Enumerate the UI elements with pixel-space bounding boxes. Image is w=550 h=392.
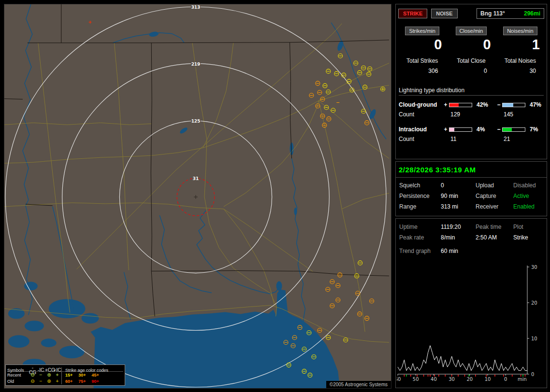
- cg-positive-count: 129: [449, 111, 495, 119]
- noises-per-min-button[interactable]: Noises/min: [503, 27, 537, 35]
- statistics-box: STRIKE NOISE Bng 113° 296mi Strikes/min …: [395, 4, 547, 159]
- top-toolbar: STRIKE NOISE Bng 113° 296mi: [396, 4, 547, 19]
- rate-counters: Strikes/min 0 Close/min 0 Noises/min 1: [396, 27, 547, 53]
- gulf-of-mexico: [91, 290, 340, 388]
- upload-label: Upload: [476, 182, 513, 189]
- roads: [4, 24, 389, 342]
- ic-positive-pct: 4%: [474, 126, 495, 133]
- svg-text:30: 30: [449, 377, 455, 382]
- copyright-notice: ©2005 Astrogenic Systems: [326, 381, 391, 388]
- cg-pos-icon: ⊕: [45, 373, 53, 378]
- svg-text:30: 30: [531, 265, 537, 270]
- cg-positive-pct: 42%: [474, 101, 495, 108]
- close-per-min-value: 0: [447, 37, 495, 53]
- tennessee-river: [113, 33, 184, 43]
- legend-old-row: Old ⊖ − ⊕ + 60+ 75+ 90+: [7, 378, 123, 384]
- lake: [8, 335, 29, 348]
- lake: [49, 299, 86, 318]
- ic-positive-count: 11: [449, 136, 495, 143]
- svg-text:10: 10: [531, 336, 537, 341]
- close-per-min-button[interactable]: Close/min: [456, 27, 487, 35]
- chattahoochee-river: [292, 158, 300, 271]
- svg-text:min: min: [518, 377, 527, 382]
- cg-negative-pct: 47%: [527, 101, 546, 108]
- peak-time-label: Peak time: [476, 224, 513, 230]
- plus-sign: +: [442, 126, 449, 133]
- side-panel: STRIKE NOISE Bng 113° 296mi Strikes/min …: [395, 4, 547, 389]
- ic-pos-icon: +: [53, 379, 61, 384]
- age-30: 30+: [78, 373, 86, 378]
- app-window: { "map": { "copyright": "©2005 Astrogeni…: [0, 0, 550, 392]
- cg-pos-icon: ⊕: [45, 379, 53, 384]
- plus-sign: +: [442, 101, 449, 108]
- svg-text:219: 219: [191, 62, 201, 67]
- trend-graph-label-row: Trend graph 60 min: [396, 248, 547, 254]
- noises-per-min-value: 1: [496, 37, 545, 53]
- capture-label: Capture: [476, 193, 513, 199]
- intracloud-label: Intracloud: [399, 126, 442, 133]
- minus-sign: −: [495, 101, 502, 108]
- bearing-readout: Bng 113° 296mi: [477, 8, 544, 19]
- strikes-per-min-cell: Strikes/min 0: [398, 27, 447, 53]
- lake: [179, 126, 188, 135]
- cg-positive-bar: [449, 103, 472, 107]
- lightning-map[interactable]: 31321912531 Symbols -CG -IC +CG +IC Stri…: [4, 4, 391, 389]
- legend-recent-ages: 15+ 30+ 45+: [61, 372, 123, 378]
- svg-text:60: 60: [397, 377, 401, 382]
- datetime-display: 2/28/2026 3:35:19 AM: [396, 162, 547, 177]
- cg-negative-count: 145: [502, 111, 549, 119]
- range-value: 313 mi: [441, 203, 476, 210]
- range-label: Range: [399, 203, 441, 210]
- squelch-value: 0: [441, 182, 476, 189]
- divider: [396, 177, 547, 178]
- svg-text:10: 10: [485, 377, 491, 382]
- strikes-per-min-button[interactable]: Strikes/min: [405, 27, 439, 35]
- legend-header-row: Symbols -CG -IC +CG +IC Strike age color…: [7, 365, 123, 372]
- peak-time-value: 2:50 AM: [476, 234, 513, 241]
- ic-positive-bar: [449, 127, 472, 132]
- lake: [41, 338, 57, 347]
- noise-button[interactable]: NOISE: [431, 9, 457, 18]
- noises-per-min-cell: Noises/min 1: [496, 27, 545, 53]
- lake: [25, 321, 44, 331]
- cloud-ground-row: Cloud-ground + 42% − 47%: [399, 100, 544, 109]
- legend-recent-label: Recent: [7, 373, 29, 378]
- total-close-value: 0: [447, 68, 495, 74]
- lake: [336, 40, 345, 52]
- plot-label: Plot: [513, 224, 543, 230]
- receiver-status: Enabled: [513, 203, 543, 210]
- cg-negative-bar: [502, 103, 525, 107]
- total-noises-value: 30: [496, 68, 545, 74]
- count-label: Count: [399, 111, 442, 119]
- mississippi-river: [23, 4, 32, 315]
- svg-text:31: 31: [193, 176, 199, 181]
- distribution-title: Lightning type distribution: [399, 87, 544, 94]
- squelch-label: Squelch: [399, 182, 441, 189]
- ic-negative-bar: [502, 127, 525, 132]
- age-75: 75+: [78, 379, 86, 384]
- session-grid: Uptime 1119:20 Peak time Plot Peak rate …: [396, 219, 547, 241]
- lightning-distribution: Lightning type distribution Cloud-ground…: [396, 87, 547, 143]
- total-close-cell: Total Close 0: [447, 57, 495, 74]
- bearing-range: 296mi: [524, 10, 540, 17]
- map-canvas: 31321912531: [4, 4, 391, 388]
- total-strikes-value: 306: [398, 68, 447, 74]
- age-45: 45+: [92, 373, 99, 378]
- intracloud-count-row: Count 11 21: [399, 136, 544, 143]
- intracloud-row: Intracloud + 4% − 7%: [399, 125, 544, 134]
- lake: [59, 346, 85, 358]
- strike-button[interactable]: STRIKE: [398, 9, 427, 18]
- legend-old-label: Old: [7, 379, 29, 384]
- uptime-label: Uptime: [399, 224, 441, 230]
- receiver-label: Receiver: [476, 203, 513, 210]
- totals-row: Total Strikes 306 Total Close 0 Total No…: [396, 57, 547, 74]
- legend-symbols-header: Symbols: [7, 368, 29, 373]
- cg-neg-icon: ⊖: [29, 373, 37, 378]
- total-noises-label: Total Noises: [496, 57, 545, 64]
- plot-value: Strike: [513, 234, 543, 241]
- total-strikes-cell: Total Strikes 306: [398, 57, 447, 74]
- cg-neg-icon: ⊖: [29, 379, 37, 384]
- trend-graph: 30201006050403020100min: [397, 263, 546, 384]
- svg-text:0: 0: [504, 377, 507, 382]
- tombigbee-river: [159, 215, 212, 293]
